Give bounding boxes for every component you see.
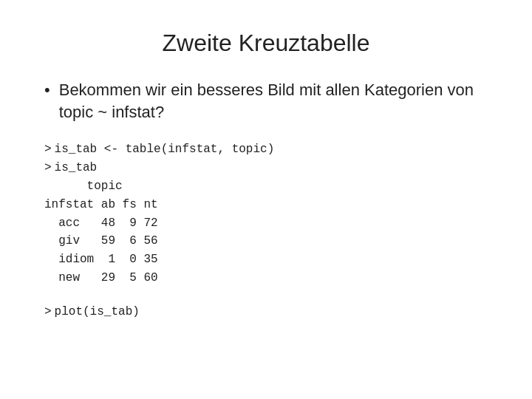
bullet-dot: •: [44, 79, 50, 101]
bullet-item: • Bekommen wir ein besseres Bild mit all…: [44, 79, 488, 123]
slide: Zweite Kreuztabelle • Bekommen wir ein b…: [0, 0, 532, 399]
plot-line: > plot(is_tab): [44, 305, 488, 318]
code-line-1: > is_tab <- table(infstat, topic): [44, 140, 488, 159]
plot-section: > plot(is_tab): [44, 305, 488, 318]
slide-title: Zweite Kreuztabelle: [44, 30, 488, 57]
plot-code: plot(is_tab): [55, 305, 140, 318]
code-table: topic infstat ab fs nt acc 48 9 72 giv 5…: [44, 177, 488, 287]
code-line-2: > is_tab: [44, 159, 488, 177]
prompt-1: >: [44, 140, 52, 159]
code-section: > is_tab <- table(infstat, topic) > is_t…: [44, 140, 488, 287]
table-output: topic infstat ab fs nt acc 48 9 72 giv 5…: [44, 177, 158, 287]
code-1: is_tab <- table(infstat, topic): [55, 140, 275, 159]
bullet-text: Bekommen wir ein besseres Bild mit allen…: [59, 79, 488, 123]
bullet-section: • Bekommen wir ein besseres Bild mit all…: [44, 79, 488, 123]
code-2: is_tab: [55, 159, 98, 177]
prompt-2: >: [44, 159, 52, 177]
prompt-plot: >: [44, 305, 52, 318]
